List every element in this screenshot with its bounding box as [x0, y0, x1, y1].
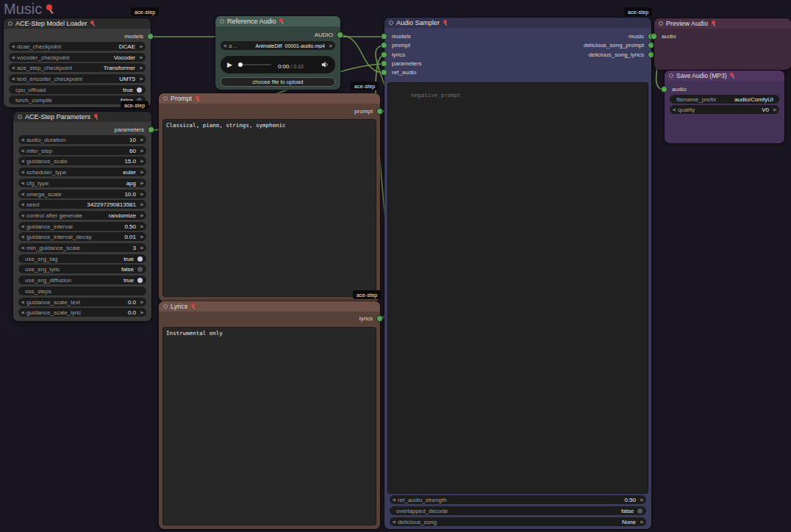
- input-dot-audio[interactable]: [662, 87, 667, 92]
- increment-arrow-icon[interactable]: [638, 495, 646, 504]
- widget-cfg-type[interactable]: cfg_type apg: [18, 179, 146, 187]
- comfyui-canvas[interactable]: Music ACE-Step Model Loader models dcae_…: [0, 0, 791, 532]
- increment-arrow-icon[interactable]: [138, 308, 146, 317]
- speaker-icon[interactable]: [321, 61, 329, 68]
- widget-use-erg-tag[interactable]: use_erg_tag true: [18, 254, 146, 263]
- node-preview-audio[interactable]: Preview Audio audio: [654, 18, 791, 70]
- output-dot-parameters[interactable]: [148, 127, 154, 132]
- output-dot-audio[interactable]: [337, 32, 343, 37]
- widget-infer-step[interactable]: infer_step 60: [18, 146, 146, 155]
- widget-audio-duration[interactable]: audio_duration 10: [18, 135, 146, 144]
- widget-guidance-interval[interactable]: guidance_interval 0.50: [18, 222, 146, 231]
- negative-prompt-textarea[interactable]: negative_prompt: [387, 82, 648, 494]
- upload-button[interactable]: choose file to upload: [221, 77, 335, 87]
- collapse-dot[interactable]: [669, 73, 673, 78]
- increment-arrow-icon[interactable]: [138, 222, 146, 231]
- increment-arrow-icon[interactable]: [137, 63, 146, 72]
- widget-guidance-interval-decay[interactable]: guidance_interval_decay 0.01: [18, 232, 146, 241]
- output-dot-models[interactable]: [148, 34, 153, 39]
- decrement-arrow-icon[interactable]: [18, 222, 26, 231]
- widget-guidance-scale-text[interactable]: guidance_scale_text 0.0: [18, 298, 146, 306]
- decrement-arrow-icon[interactable]: [18, 168, 26, 176]
- collapse-dot[interactable]: [659, 21, 663, 26]
- output-dot-delicious-song-prompt[interactable]: [648, 43, 654, 48]
- increment-arrow-icon[interactable]: [138, 232, 146, 241]
- node-lyrics[interactable]: Lyrics lyrics Instrumental only: [159, 301, 380, 529]
- collapse-dot[interactable]: [163, 304, 168, 309]
- widget-ref-audio-strength[interactable]: ref_audio_strength 0.50: [390, 495, 646, 504]
- increment-arrow-icon[interactable]: [138, 298, 146, 306]
- decrement-arrow-icon[interactable]: [9, 53, 17, 62]
- node-header[interactable]: Prompt: [159, 93, 380, 104]
- prompt-textarea[interactable]: Classical, piano, strings, symphonic: [162, 119, 376, 297]
- widget-dcae-checkpoint[interactable]: dcae_checkpoint DCAE: [9, 42, 146, 51]
- widget-scheduler-type[interactable]: scheduler_type euler: [18, 168, 146, 176]
- node-header[interactable]: ACE-Step Parameters: [13, 112, 151, 122]
- widget-delicious-song[interactable]: delicious_song None: [390, 517, 646, 526]
- node-reference-audio[interactable]: Reference Audio AUDIO a .. AnimateDiff_0…: [215, 16, 340, 90]
- input-dot-audio[interactable]: [651, 34, 656, 39]
- widget-omega-scale[interactable]: omega_scale 10.0: [18, 190, 146, 198]
- increment-arrow-icon[interactable]: [138, 168, 146, 176]
- lyrics-textarea[interactable]: Instrumental only: [162, 327, 376, 525]
- widget-ace-step-checkpoint[interactable]: ace_step_checkpoint Transformer: [9, 63, 146, 72]
- decrement-arrow-icon[interactable]: [18, 211, 26, 220]
- increment-arrow-icon[interactable]: [138, 135, 146, 144]
- seek-track[interactable]: [239, 64, 271, 65]
- widget-text-encoder-checkpoint[interactable]: text_encoder_checkpoint UMT5: [9, 74, 146, 83]
- collapse-dot[interactable]: [163, 96, 168, 101]
- input-dot-prompt[interactable]: [382, 43, 387, 48]
- widget-overlapped-decode[interactable]: overlapped_decode false: [390, 506, 646, 515]
- increment-arrow-icon[interactable]: [638, 517, 646, 526]
- decrement-arrow-icon[interactable]: [18, 146, 26, 155]
- collapse-dot[interactable]: [389, 21, 393, 25]
- collapse-dot[interactable]: [220, 19, 224, 24]
- node-header[interactable]: Save Audio (MP3): [665, 71, 784, 81]
- output-dot-lyrics[interactable]: [377, 316, 382, 321]
- node-prompt[interactable]: Prompt prompt Classical, piano, strings,…: [159, 93, 380, 301]
- input-dot-parameters[interactable]: [382, 61, 387, 66]
- node-audio-sampler[interactable]: Audio Sampler models prompt lyrics param…: [384, 18, 651, 529]
- decrement-arrow-icon[interactable]: [18, 179, 26, 187]
- output-dot-prompt[interactable]: [377, 109, 382, 114]
- decrement-arrow-icon[interactable]: [18, 308, 26, 317]
- increment-arrow-icon[interactable]: [138, 190, 146, 198]
- node-header[interactable]: Audio Sampler: [384, 18, 651, 28]
- toggle-knob[interactable]: [637, 508, 643, 514]
- seek-thumb[interactable]: [238, 62, 243, 67]
- decrement-arrow-icon[interactable]: [9, 63, 17, 72]
- increment-arrow-icon[interactable]: [138, 179, 146, 187]
- widget-quality[interactable]: quality V0: [670, 105, 779, 114]
- decrement-arrow-icon[interactable]: [221, 41, 229, 50]
- node-header[interactable]: Reference Audio: [215, 16, 340, 26]
- decrement-arrow-icon[interactable]: [18, 135, 26, 144]
- widget-oss-steps[interactable]: oss_steps: [18, 287, 146, 295]
- decrement-arrow-icon[interactable]: [18, 190, 26, 198]
- widget-filename-prefix[interactable]: filename_prefix audio/ComfyUI: [670, 95, 779, 104]
- increment-arrow-icon[interactable]: [138, 243, 146, 252]
- node-header[interactable]: Preview Audio: [654, 18, 791, 29]
- increment-arrow-icon[interactable]: [138, 211, 146, 220]
- input-dot-lyrics[interactable]: [382, 52, 387, 57]
- widget-cpu-offload[interactable]: cpu_offload true: [9, 85, 146, 94]
- play-icon[interactable]: [227, 62, 232, 68]
- increment-arrow-icon[interactable]: [137, 74, 146, 83]
- decrement-arrow-icon[interactable]: [670, 105, 678, 114]
- toggle-knob[interactable]: [137, 256, 143, 262]
- decrement-arrow-icon[interactable]: [18, 157, 26, 165]
- node-ace-step-model-loader[interactable]: ACE-Step Model Loader models dcae_checkp…: [4, 18, 151, 107]
- widget-vocoder-checkpoint[interactable]: vocoder_checkpoint Vocoder: [9, 53, 146, 62]
- input-dot-ref-audio[interactable]: [382, 70, 387, 75]
- toggle-knob[interactable]: [137, 87, 142, 93]
- decrement-arrow-icon[interactable]: [390, 517, 398, 526]
- decrement-arrow-icon[interactable]: [390, 495, 398, 504]
- increment-arrow-icon[interactable]: [138, 157, 146, 165]
- increment-arrow-icon[interactable]: [137, 42, 146, 51]
- node-header[interactable]: Lyrics: [159, 301, 380, 312]
- decrement-arrow-icon[interactable]: [9, 42, 17, 51]
- increment-arrow-icon[interactable]: [138, 200, 146, 209]
- node-save-audio-mp3[interactable]: Save Audio (MP3) audio filename_prefix a…: [665, 71, 784, 143]
- increment-arrow-icon[interactable]: [327, 41, 335, 50]
- widget-guidance-scale-lyric[interactable]: guidance_scale_lyric 0.0: [18, 308, 146, 317]
- widget-guidance-scale[interactable]: guidance_scale 15.0: [18, 157, 146, 165]
